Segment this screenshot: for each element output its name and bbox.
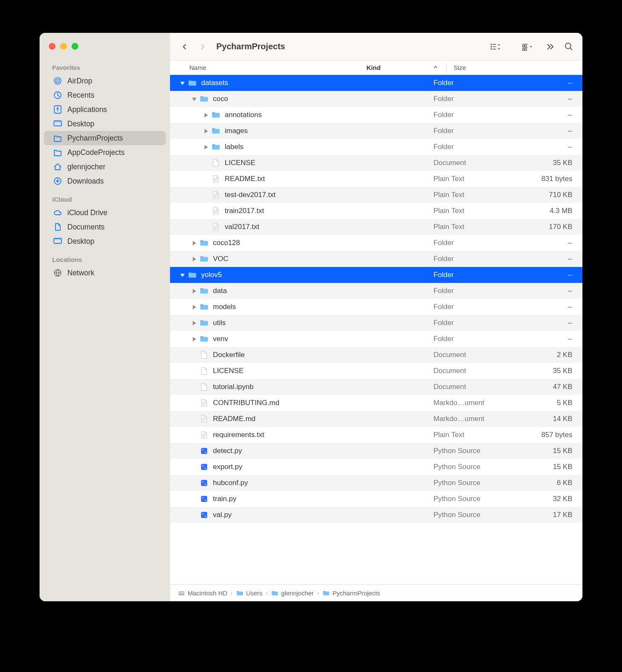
file-kind: Folder <box>433 287 518 295</box>
folder-icon <box>210 110 221 120</box>
path-crumb-macintosh-hd[interactable]: Macintosh HD <box>178 589 227 597</box>
file-row[interactable]: tutorial.ipynbDocument47 KB <box>170 379 582 395</box>
sidebar-item-airdrop[interactable]: AirDrop <box>44 74 166 88</box>
file-size: -- <box>518 79 572 87</box>
file-row[interactable]: train2017.txtPlain Text4.3 MB <box>170 203 582 219</box>
sort-asc-icon <box>433 64 438 71</box>
file-kind: Plain Text <box>433 191 518 199</box>
search-button[interactable] <box>564 42 574 52</box>
file-kind: Folder <box>433 335 518 343</box>
forward-button[interactable] <box>196 40 209 53</box>
doc-icon <box>199 350 210 360</box>
path-crumb-pycharmprojects[interactable]: PycharmProjects <box>322 589 380 597</box>
file-row[interactable]: yolov5Folder-- <box>170 267 582 283</box>
file-name: export.py <box>213 463 433 471</box>
column-kind[interactable]: Kind <box>367 64 447 71</box>
apps-icon <box>53 105 62 114</box>
file-row[interactable]: utilsFolder-- <box>170 315 582 331</box>
sidebar-item-documents[interactable]: Documents <box>44 220 166 234</box>
sidebar-item-glennjocher[interactable]: glennjocher <box>44 160 166 174</box>
file-row[interactable]: train.pyPython Source32 KB <box>170 491 582 507</box>
sidebar-item-icloud-drive[interactable]: iCloud Drive <box>44 205 166 220</box>
file-kind: Document <box>433 367 518 375</box>
file-size: -- <box>518 111 572 119</box>
file-row[interactable]: modelsFolder-- <box>170 299 582 315</box>
file-name: labels <box>225 143 433 151</box>
disclosure-triangle[interactable] <box>189 257 199 261</box>
sidebar-item-downloads[interactable]: Downloads <box>44 174 166 188</box>
file-row[interactable]: CONTRIBUTING.mdMarkdo…ument5 KB <box>170 395 582 411</box>
file-row[interactable]: README.txtPlain Text831 bytes <box>170 171 582 187</box>
downloads-icon <box>53 176 62 186</box>
file-name: README.txt <box>225 175 433 183</box>
minimize-button[interactable] <box>60 43 67 50</box>
file-row[interactable]: labelsFolder-- <box>170 139 582 155</box>
file-name: tutorial.ipynb <box>213 383 433 391</box>
home-icon <box>53 162 62 171</box>
file-kind: Markdo…ument <box>433 399 518 407</box>
file-row[interactable]: val2017.txtPlain Text170 KB <box>170 219 582 235</box>
path-crumb-glennjocher[interactable]: glennjocher <box>271 589 314 597</box>
back-button[interactable] <box>178 40 191 53</box>
file-row[interactable]: export.pyPython Source15 KB <box>170 459 582 475</box>
file-kind: Folder <box>433 271 518 279</box>
doc-icon <box>210 158 221 168</box>
sidebar-item-desktop[interactable]: Desktop <box>44 117 166 131</box>
disclosure-triangle[interactable] <box>189 289 199 293</box>
folder-icon <box>199 334 210 344</box>
file-row[interactable]: venvFolder-- <box>170 331 582 347</box>
sidebar-item-applications[interactable]: Applications <box>44 102 166 117</box>
disclosure-triangle[interactable] <box>189 305 199 309</box>
file-row[interactable]: test-dev2017.txtPlain Text710 KB <box>170 187 582 203</box>
overflow-button[interactable] <box>545 42 555 52</box>
file-size: 15 KB <box>518 447 572 455</box>
file-row[interactable]: detect.pyPython Source15 KB <box>170 443 582 459</box>
file-list[interactable]: datasetsFolder--cocoFolder--annotationsF… <box>170 75 582 584</box>
file-row[interactable]: dataFolder-- <box>170 283 582 299</box>
airdrop-icon <box>53 76 62 85</box>
file-row[interactable]: coco128Folder-- <box>170 235 582 251</box>
file-name: VOC <box>213 255 433 263</box>
file-size: 6 KB <box>518 479 572 487</box>
sidebar-item-appcodeprojects[interactable]: AppCodeProjects <box>44 145 166 160</box>
disclosure-triangle[interactable] <box>189 321 199 325</box>
file-row[interactable]: LICENSEDocument35 KB <box>170 363 582 379</box>
file-row[interactable]: val.pyPython Source17 KB <box>170 507 582 523</box>
file-name: coco <box>213 95 433 103</box>
disclosure-triangle[interactable] <box>189 241 199 245</box>
file-row[interactable]: datasetsFolder-- <box>170 75 582 91</box>
sidebar-item-network[interactable]: Network <box>44 266 166 280</box>
sidebar-item-label: Desktop <box>67 237 94 246</box>
disclosure-triangle[interactable] <box>189 337 199 341</box>
column-name[interactable]: Name <box>189 64 366 71</box>
path-separator: › <box>231 590 232 596</box>
view-list-button[interactable] <box>490 42 500 52</box>
file-size: -- <box>518 271 572 279</box>
file-row[interactable]: LICENSEDocument35 KB <box>170 155 582 171</box>
file-row[interactable]: hubconf.pyPython Source6 KB <box>170 475 582 491</box>
disclosure-triangle[interactable] <box>201 145 210 149</box>
file-row[interactable]: cocoFolder-- <box>170 91 582 107</box>
disclosure-triangle[interactable] <box>201 113 210 117</box>
file-row[interactable]: VOCFolder-- <box>170 251 582 267</box>
close-button[interactable] <box>49 43 56 50</box>
column-size[interactable]: Size <box>447 64 502 71</box>
file-row[interactable]: README.mdMarkdo…ument14 KB <box>170 411 582 427</box>
zoom-button[interactable] <box>72 43 78 50</box>
file-row[interactable]: DockerfileDocument2 KB <box>170 347 582 363</box>
file-row[interactable]: annotationsFolder-- <box>170 107 582 123</box>
sidebar-item-pycharmprojects[interactable]: PycharmProjects <box>44 131 166 145</box>
disclosure-triangle[interactable] <box>178 81 187 85</box>
disclosure-triangle[interactable] <box>178 273 187 277</box>
sidebar-item-desktop[interactable]: Desktop <box>44 234 166 248</box>
sidebar-item-recents[interactable]: Recents <box>44 88 166 102</box>
disclosure-triangle[interactable] <box>201 129 210 133</box>
file-kind: Plain Text <box>433 223 518 231</box>
file-name: images <box>225 127 433 135</box>
disclosure-triangle[interactable] <box>189 97 199 101</box>
group-button[interactable] <box>522 42 532 52</box>
file-row[interactable]: imagesFolder-- <box>170 123 582 139</box>
finder-window: FavoritesAirDropRecentsApplicationsDeskt… <box>40 33 582 601</box>
path-crumb-users[interactable]: Users <box>236 589 263 597</box>
file-row[interactable]: requirements.txtPlain Text857 bytes <box>170 427 582 443</box>
